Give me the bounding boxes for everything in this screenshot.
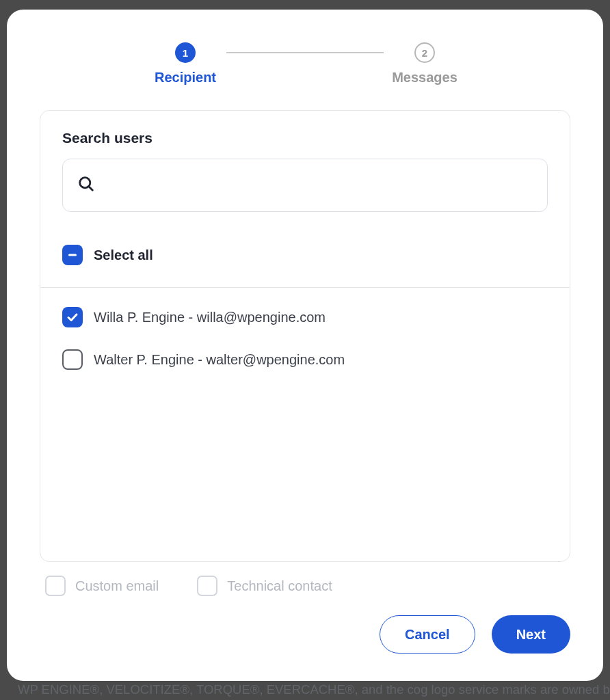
search-input[interactable]: [105, 178, 533, 193]
extra-options: Custom email Technical contact: [40, 562, 570, 600]
step-label-2: Messages: [392, 70, 458, 85]
user-label: Walter P. Engine - walter@wpengine.com: [94, 352, 345, 368]
svg-rect-2: [68, 254, 77, 256]
user-checkbox-unchecked[interactable]: [62, 349, 83, 370]
recipient-modal: 1 Recipient 2 Messages Search users: [7, 10, 603, 681]
select-all-label: Select all: [94, 247, 153, 263]
user-row[interactable]: Willa P. Engine - willa@wpengine.com: [62, 307, 548, 327]
search-section: Search users: [40, 111, 570, 228]
custom-email-label: Custom email: [75, 578, 159, 594]
technical-contact-checkbox: [197, 576, 217, 596]
user-label: Willa P. Engine - willa@wpengine.com: [94, 310, 326, 325]
select-all-checkbox[interactable]: [62, 245, 83, 265]
background-legal-text: WP ENGINE®, VELOCITIZE®, TORQUE®, EVERCA…: [18, 682, 610, 697]
select-all-row[interactable]: Select all: [40, 228, 570, 288]
technical-contact-label: Technical contact: [227, 578, 332, 594]
technical-contact-option: Technical contact: [197, 576, 332, 596]
user-checkbox-checked[interactable]: [62, 307, 83, 327]
search-users-title: Search users: [62, 130, 548, 146]
step-circle-2: 2: [414, 42, 435, 63]
step-connector: [226, 52, 384, 53]
modal-footer: Cancel Next: [40, 615, 570, 654]
next-button[interactable]: Next: [492, 615, 570, 654]
recipient-card: Search users Select all: [40, 110, 570, 562]
step-recipient[interactable]: 1 Recipient: [144, 42, 226, 85]
stepper: 1 Recipient 2 Messages: [40, 42, 570, 85]
custom-email-checkbox: [45, 576, 66, 596]
step-circle-1: 1: [175, 42, 196, 63]
user-list: Willa P. Engine - willa@wpengine.com Wal…: [40, 288, 570, 561]
svg-line-1: [89, 187, 93, 191]
step-label-1: Recipient: [155, 70, 216, 85]
step-messages[interactable]: 2 Messages: [384, 42, 466, 85]
search-icon: [77, 174, 96, 196]
user-row[interactable]: Walter P. Engine - walter@wpengine.com: [62, 349, 548, 370]
cancel-button[interactable]: Cancel: [380, 615, 475, 654]
search-box[interactable]: [62, 159, 548, 212]
custom-email-option: Custom email: [45, 576, 159, 596]
